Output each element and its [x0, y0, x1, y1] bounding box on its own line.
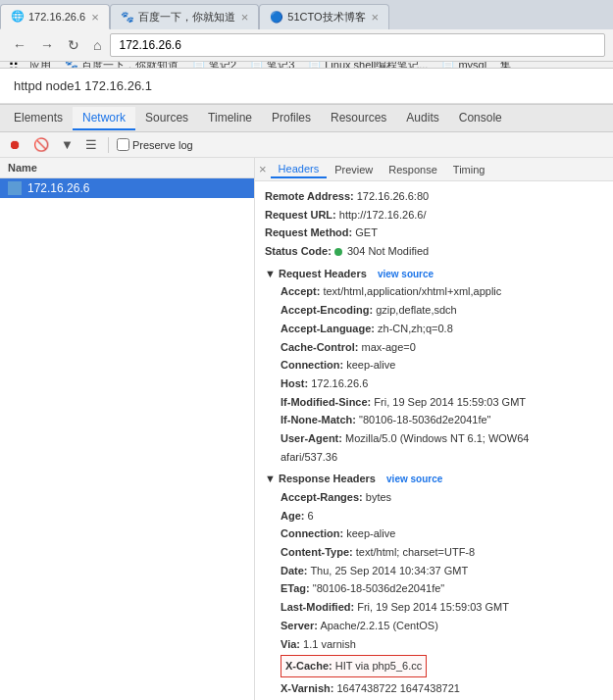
detail-tab-response[interactable]: Response: [381, 162, 445, 177]
tab-network[interactable]: Network: [73, 107, 135, 130]
clear-button[interactable]: 🚫: [30, 136, 52, 153]
req-ua-line2: afari/537.36: [265, 448, 603, 467]
req-cache-line: Cache-Control: max-age=0: [265, 338, 603, 357]
tab-console[interactable]: Console: [449, 107, 512, 130]
record-button[interactable]: ⏺: [6, 136, 25, 153]
request-method-label: Request Method:: [265, 226, 352, 238]
res-xvarnish-label: X-Varnish:: [281, 682, 333, 694]
req-nonematch-label: If-None-Match:: [281, 414, 356, 425]
preserve-log-label[interactable]: Preserve log: [117, 138, 193, 151]
res-etag-line: ETag: "80106-18-5036d2e2041fe": [265, 579, 603, 598]
response-headers-label: ▼ Response Headers: [265, 473, 376, 484]
tab3-close-icon[interactable]: ×: [372, 11, 380, 24]
browser-tab-2[interactable]: 🐾 百度一下，你就知道 ×: [110, 4, 260, 29]
tab1-close-icon[interactable]: ×: [91, 11, 99, 24]
request-headers-label: ▼ Request Headers: [265, 268, 367, 279]
devtools-toolbar: ⏺ 🚫 ▼ ☰ Preserve log: [0, 132, 613, 158]
address-input[interactable]: [110, 33, 605, 57]
bookmark-note3[interactable]: 📄 笔记3: [246, 62, 298, 69]
res-server-label: Server:: [281, 620, 318, 631]
preserve-log-text: Preserve log: [132, 139, 193, 151]
tab-timeline[interactable]: Timeline: [198, 107, 262, 130]
req-ua-value2: afari/537.36: [281, 451, 337, 463]
res-date-value: Thu, 25 Sep 2014 10:34:37 GMT: [310, 565, 468, 576]
forward-button[interactable]: →: [35, 35, 59, 55]
res-server-line: Server: Apache/2.2.15 (CentOS): [265, 617, 603, 635]
tab-elements[interactable]: Elements: [4, 107, 73, 130]
request-url-value: http://172.16.26.6/: [339, 209, 427, 221]
detail-tab-timing[interactable]: Timing: [445, 162, 493, 177]
tab2-close-icon[interactable]: ×: [241, 11, 249, 24]
req-language-value: zh-CN,zh;q=0.8: [378, 323, 453, 334]
preserve-log-checkbox[interactable]: [117, 138, 129, 151]
tab-resources[interactable]: Resources: [321, 107, 396, 130]
file-icon: [8, 181, 22, 195]
view-toggle-button[interactable]: ☰: [82, 136, 100, 153]
req-accept-label: Accept:: [281, 285, 320, 297]
req-connection-label: Connection:: [281, 359, 343, 371]
bookmark-baidu[interactable]: 🐾 百度一下，你就知道: [61, 62, 182, 69]
bookmarks-bar: ⠿ 应用 🐾 百度一下，你就知道 📄 笔记2 📄 笔记3 📄 Linux she…: [0, 62, 613, 69]
view-source-1[interactable]: view source: [378, 269, 434, 279]
browser-tab-3[interactable]: 🔵 51CTO技术博客 ×: [259, 4, 389, 29]
status-code-label: Status Code:: [265, 245, 332, 257]
bookmark-note3-label: 笔记3: [267, 62, 294, 69]
detail-tab-headers[interactable]: Headers: [271, 161, 328, 178]
tab3-title: 51CTO技术博客: [287, 10, 365, 25]
detail-close-icon[interactable]: ×: [259, 162, 267, 176]
res-content-type-value: text/html; charset=UTF-8: [356, 546, 475, 558]
network-list-header: Name: [0, 158, 254, 178]
tab-sources[interactable]: Sources: [135, 107, 198, 130]
res-xvarnish-value: 1647438722 1647438721: [336, 682, 459, 694]
devtools-main-content: Name 172.16.26.6 × Headers Preview Respo…: [0, 158, 613, 700]
bookmark-mysql[interactable]: 📄 mysql: [437, 62, 490, 69]
res-xcache-label: X-Cache:: [285, 660, 332, 672]
tab3-favicon: 🔵: [270, 11, 283, 25]
tab-profiles[interactable]: Profiles: [262, 107, 321, 130]
req-encoding-label: Accept-Encoding:: [281, 304, 373, 316]
res-via-label: Via:: [281, 638, 300, 650]
res-xvarnish-line: X-Varnish: 1647438722 1647438721: [265, 679, 603, 698]
bookmark-misc[interactable]: 集: [496, 62, 515, 69]
res-xcache-value: HIT via php5_6.cc: [335, 660, 422, 672]
req-ua-label: User-Agent:: [281, 432, 342, 444]
request-url-label: Request URL:: [265, 209, 336, 221]
bookmark-apps[interactable]: 应用: [26, 62, 55, 69]
headers-content: Remote Address: 172.16.26.6:80 Request U…: [255, 181, 613, 700]
home-button[interactable]: ⌂: [88, 35, 106, 55]
filter-button[interactable]: ▼: [58, 136, 77, 153]
detail-tab-preview[interactable]: Preview: [327, 162, 381, 177]
res-connection-line: Connection: keep-alive: [265, 525, 603, 543]
response-headers-section: ▼ Response Headers view source: [265, 470, 603, 488]
bookmark-mysql-label: mysql: [458, 62, 486, 69]
network-list-panel: Name 172.16.26.6: [0, 158, 255, 700]
network-row-name: 172.16.26.6: [27, 181, 89, 195]
bookmark-linux[interactable]: 📄 Linux shell编程笔记...: [304, 62, 432, 69]
res-accept-ranges-label: Accept-Ranges:: [281, 491, 363, 503]
devtools-tabs: Elements Network Sources Timeline Profil…: [0, 105, 613, 132]
back-button[interactable]: ←: [8, 35, 31, 55]
req-modified-label: If-Modified-Since:: [281, 396, 371, 408]
status-code-line: Status Code: 304 Not Modified: [265, 242, 603, 261]
reload-button[interactable]: ↻: [63, 35, 84, 55]
res-age-line: Age: 6: [265, 507, 603, 525]
browser-tab-1[interactable]: 🌐 172.16.26.6 ×: [0, 4, 110, 29]
toolbar-separator: [108, 137, 109, 153]
res-accept-ranges-value: bytes: [366, 491, 391, 503]
req-modified-line: If-Modified-Since: Fri, 19 Sep 2014 15:5…: [265, 393, 603, 412]
res-content-type-label: Content-Type:: [281, 546, 353, 558]
bookmark-misc-label: 集: [500, 62, 511, 69]
network-row[interactable]: 172.16.26.6: [0, 178, 254, 198]
view-source-2[interactable]: view source: [386, 474, 442, 484]
tab-audits[interactable]: Audits: [396, 107, 448, 130]
remote-address-value: 172.16.26.6:80: [357, 190, 429, 202]
network-list-header-name: Name: [8, 162, 37, 174]
bookmark-note2[interactable]: 📄 笔记2: [188, 62, 240, 69]
res-age-value: 6: [308, 510, 314, 522]
res-server-value: Apache/2.2.15 (CentOS): [320, 620, 437, 631]
res-last-modified-line: Last-Modified: Fri, 19 Sep 2014 15:59:03…: [265, 598, 603, 617]
req-language-line: Accept-Language: zh-CN,zh;q=0.8: [265, 320, 603, 338]
apps-icon[interactable]: ⠿: [8, 62, 20, 69]
devtools-panel: Elements Network Sources Timeline Profil…: [0, 104, 613, 700]
req-host-line: Host: 172.16.26.6: [265, 375, 603, 393]
